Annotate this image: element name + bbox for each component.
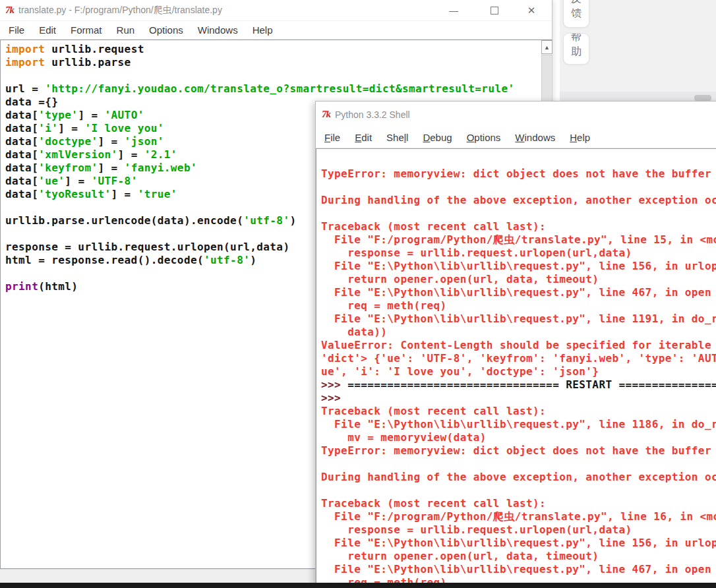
menu-item-windows[interactable]: Windows bbox=[191, 24, 245, 36]
code-line: File "E:\Python\lib\urllib\request.py", … bbox=[321, 537, 716, 550]
help-button[interactable]: 帮助 bbox=[563, 33, 589, 65]
code-line: ue', 'i': 'I love you', 'doctype': 'json… bbox=[321, 365, 716, 378]
tk-icon: 7k bbox=[322, 109, 330, 120]
code-line: File "F:/program/Python/爬虫/translate.py"… bbox=[321, 233, 716, 247]
menu-item-run[interactable]: Run bbox=[109, 24, 142, 36]
background-gap-strip bbox=[552, 0, 560, 101]
feedback-button[interactable]: 反馈 bbox=[563, 0, 589, 28]
scroll-up-icon: ▲ bbox=[544, 44, 550, 51]
taskbar-edge[interactable] bbox=[0, 583, 716, 588]
tk-icon: 7k bbox=[5, 5, 14, 16]
code-line: data)) bbox=[321, 326, 716, 339]
code-line: 'dict'> {'ue': 'UTF-8', 'keyfrom': 'fany… bbox=[321, 352, 716, 365]
menu-item-file[interactable]: File bbox=[317, 132, 347, 143]
menu-item-debug[interactable]: Debug bbox=[415, 132, 459, 143]
shell-output: TypeError: memoryview: dict object does … bbox=[321, 167, 716, 587]
menu-item-edit[interactable]: Edit bbox=[32, 24, 63, 36]
editor-menubar: FileEditFormatRunOptionsWindowsHelp bbox=[0, 21, 552, 40]
code-line: return opener.open(url, data, timeout) bbox=[321, 550, 716, 563]
code-line bbox=[321, 457, 716, 471]
close-button[interactable]: ✕ bbox=[520, 1, 543, 20]
shell-window: 7k Python 3.3.2 Shell FileEditShellDebug… bbox=[315, 101, 716, 588]
code-line: import urllib.request bbox=[5, 43, 541, 56]
menu-item-shell[interactable]: Shell bbox=[379, 132, 415, 143]
editor-titlebar[interactable]: 7k translate.py - F:/program/Python/爬虫/t… bbox=[0, 0, 552, 21]
menu-item-edit[interactable]: Edit bbox=[347, 132, 379, 143]
menu-item-help[interactable]: Help bbox=[245, 24, 280, 36]
maximize-button[interactable] bbox=[483, 1, 506, 20]
code-line: File "E:\Python\lib\urllib\request.py", … bbox=[321, 286, 716, 299]
code-line: import urllib.parse bbox=[5, 56, 541, 69]
code-line: url = 'http://fanyi.youdao.com/translate… bbox=[5, 82, 541, 96]
code-line: Traceback (most recent call last): bbox=[321, 220, 716, 233]
code-line: >>> bbox=[321, 392, 716, 405]
code-line: File "E:\Python\lib\urllib\request.py", … bbox=[321, 418, 716, 431]
menu-item-options[interactable]: Options bbox=[460, 132, 508, 143]
menu-item-file[interactable]: File bbox=[1, 24, 32, 36]
code-line bbox=[321, 484, 716, 497]
shell-text-area[interactable]: TypeError: memoryview: dict object does … bbox=[316, 148, 716, 587]
code-line: response = urllib.request.urlopen(url,da… bbox=[321, 247, 716, 260]
code-line: File "E:\Python\lib\urllib\request.py", … bbox=[321, 312, 716, 326]
background-hscrollbar-thumb[interactable] bbox=[694, 95, 711, 101]
code-line: TypeError: memoryview: dict object does … bbox=[321, 167, 716, 181]
help-button-label: 帮助 bbox=[570, 33, 582, 64]
background-hscrollbar[interactable] bbox=[560, 92, 716, 101]
code-line: During handling of the above exception, … bbox=[321, 194, 716, 207]
code-line: File "F:/program/Python/爬虫/translate.py"… bbox=[321, 510, 716, 523]
menu-item-help[interactable]: Help bbox=[562, 132, 597, 143]
menu-item-format[interactable]: Format bbox=[63, 24, 109, 36]
code-line: ValueError: Content-Length should be spe… bbox=[321, 339, 716, 352]
minimize-button[interactable]: — bbox=[442, 1, 465, 20]
code-line bbox=[321, 207, 716, 220]
code-line: TypeError: memoryview: dict object does … bbox=[321, 444, 716, 457]
menu-item-options[interactable]: Options bbox=[142, 24, 191, 36]
code-line: mv = memoryview(data) bbox=[321, 431, 716, 444]
code-line: >>> ================================ RES… bbox=[321, 378, 716, 392]
menu-item-windows[interactable]: Windows bbox=[508, 132, 562, 143]
maximize-icon bbox=[491, 7, 498, 15]
code-line: File "E:\Python\lib\urllib\request.py", … bbox=[321, 563, 716, 576]
shell-titlebar[interactable]: 7k Python 3.3.2 Shell bbox=[316, 102, 716, 127]
code-line: During handling of the above exception, … bbox=[321, 471, 716, 484]
code-line: response = urllib.request.urlopen(url,da… bbox=[321, 523, 716, 537]
code-line: File "E:\Python\lib\urllib\request.py", … bbox=[321, 260, 716, 273]
feedback-button-label: 反馈 bbox=[570, 0, 582, 27]
code-line: Traceback (most recent call last): bbox=[321, 405, 716, 418]
scroll-up-button[interactable]: ▲ bbox=[541, 40, 552, 54]
shell-menubar: FileEditShellDebugOptionsWindowsHelp bbox=[316, 127, 716, 148]
close-icon: ✕ bbox=[527, 5, 536, 16]
minimize-icon: — bbox=[449, 5, 458, 16]
code-line: Traceback (most recent call last): bbox=[321, 497, 716, 510]
code-line bbox=[5, 69, 541, 82]
code-line bbox=[321, 181, 716, 194]
code-line: return opener.open(url, data, timeout) bbox=[321, 273, 716, 286]
editor-window-title: translate.py - F:/program/Python/爬虫/tran… bbox=[18, 5, 222, 16]
shell-window-title: Python 3.3.2 Shell bbox=[335, 109, 410, 120]
code-line: req = meth(req) bbox=[321, 299, 716, 312]
